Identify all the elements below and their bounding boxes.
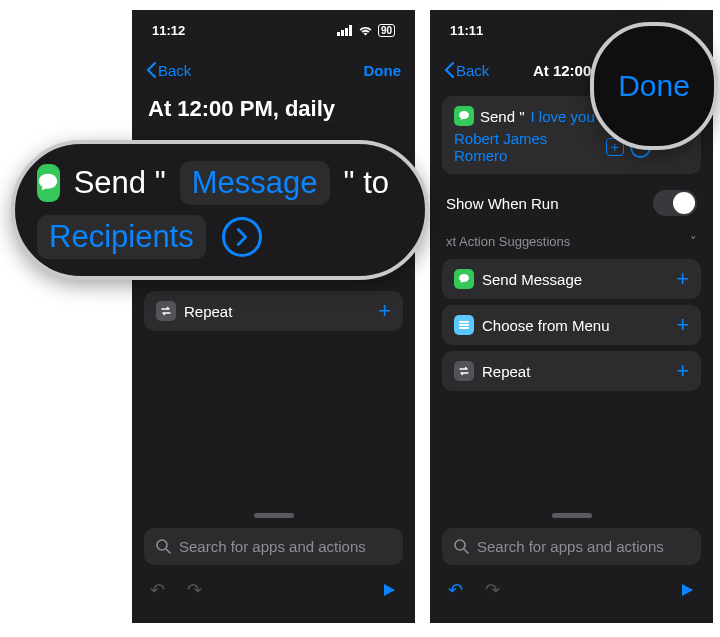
section-header-suggestions: xt Action Suggestions ˅ [430,220,713,253]
page-title: At 12:00 PM, daily [132,90,415,128]
toolbar: ↶ ↷ [144,565,403,607]
add-action-button[interactable]: + [676,358,689,384]
bottom-panel: Search for apps and actions ↶ ↷ [132,503,415,623]
svg-rect-6 [459,321,469,323]
search-placeholder: Search for apps and actions [477,538,664,555]
send-prefix: Send " [74,165,166,201]
suggestion-label: Repeat [184,303,232,320]
suggestion-label: Send Message [482,271,582,288]
drag-handle[interactable] [254,513,294,518]
menu-icon [454,315,474,335]
suggestion-repeat[interactable]: Repeat + [144,291,403,331]
toolbar: ↶ ↷ [442,565,701,607]
back-label: Back [456,62,489,79]
messages-app-icon [454,106,474,126]
svg-rect-3 [349,25,352,36]
drag-handle[interactable] [552,513,592,518]
svg-rect-0 [337,32,340,36]
show-when-run-label: Show When Run [446,195,559,212]
chevron-left-icon [444,62,454,78]
status-right: 90 [337,24,395,37]
repeat-icon [156,301,176,321]
add-action-button[interactable]: + [676,312,689,338]
search-placeholder: Search for apps and actions [179,538,366,555]
send-suffix: " to [344,165,389,201]
svg-rect-1 [341,30,344,36]
add-action-button[interactable]: + [378,298,391,324]
redo-button[interactable]: ↷ [187,579,202,601]
chevron-left-icon [146,62,156,78]
expand-action-button[interactable] [222,217,262,257]
suggestion-repeat[interactable]: Repeat + [442,351,701,391]
collapse-icon[interactable]: ˅ [690,234,697,249]
suggestion-label: Repeat [482,363,530,380]
search-input[interactable]: Search for apps and actions [144,528,403,565]
recipient-token[interactable]: Robert James Romero [454,130,600,164]
svg-rect-7 [459,324,469,326]
send-prefix: Send " [480,108,525,125]
svg-line-5 [166,549,170,553]
search-input[interactable]: Search for apps and actions [442,528,701,565]
done-button[interactable]: Done [618,69,690,103]
suggestion-label: Choose from Menu [482,317,610,334]
nav-bar: Back Done [132,50,415,90]
search-icon [454,539,469,554]
repeat-icon [454,361,474,381]
show-when-run-toggle[interactable] [653,190,697,216]
svg-line-10 [464,549,468,553]
signal-icon [337,25,353,36]
suggestion-choose-from-menu[interactable]: Choose from Menu + [442,305,701,345]
svg-rect-8 [459,327,469,329]
redo-button[interactable]: ↷ [485,579,500,601]
status-time: 11:12 [152,23,185,38]
wifi-icon [358,25,373,36]
undo-button[interactable]: ↶ [150,579,165,601]
phone-screenshot-left: 11:12 90 Back Done At 12:00 PM, daily Ne… [132,10,415,623]
suggestion-send-message[interactable]: Send Message + [442,259,701,299]
run-button[interactable] [381,582,397,598]
battery-icon: 90 [378,24,395,37]
message-token[interactable]: Message [180,161,330,205]
undo-button[interactable]: ↶ [448,579,463,601]
run-button[interactable] [679,582,695,598]
suggestions-header-text: xt Action Suggestions [446,234,570,249]
zoom-callout-send-action: Send " Message " to Recipients [11,140,429,280]
message-token[interactable]: I love you [531,108,595,125]
recipients-token[interactable]: Recipients [37,215,206,259]
zoom-callout-done: Done [590,22,718,150]
status-bar: 11:12 90 [132,10,415,50]
bottom-panel: Search for apps and actions ↶ ↷ [430,503,713,623]
status-time: 11:11 [450,23,483,38]
search-icon [156,539,171,554]
messages-app-icon [37,164,60,202]
back-button[interactable]: Back [146,62,191,79]
messages-app-icon [454,269,474,289]
add-action-button[interactable]: + [676,266,689,292]
back-button[interactable]: Back [444,62,489,79]
back-label: Back [158,62,191,79]
show-when-run-row: Show When Run [430,180,713,220]
done-button[interactable]: Done [363,62,401,79]
svg-rect-2 [345,28,348,36]
